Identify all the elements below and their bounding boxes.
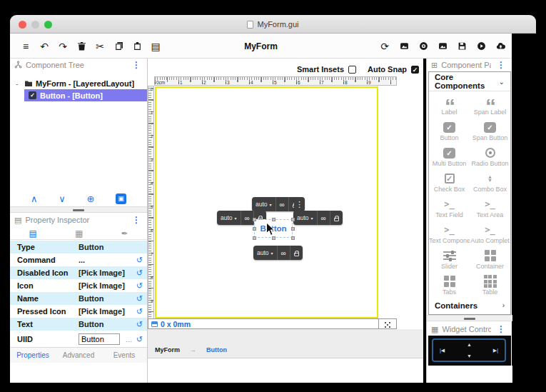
down-icon[interactable]: ▼ — [467, 353, 472, 358]
property-value[interactable]: Button — [79, 243, 134, 251]
expand-canvas-button[interactable] — [379, 318, 397, 329]
list-icon[interactable]: ▤ — [150, 41, 161, 52]
breadcrumb-myform[interactable]: MyForm — [155, 346, 180, 353]
inspector-tab-layout-grid[interactable]: ▦ — [68, 228, 90, 238]
property-row[interactable]: NameButton↺ — [10, 292, 147, 305]
palette-item-text-field[interactable]: >_Text Field — [429, 194, 470, 220]
resize-handle[interactable] — [272, 218, 275, 221]
palette-item-radio-button[interactable]: Radio Button — [470, 143, 510, 169]
resize-handle[interactable] — [291, 227, 295, 231]
constraint-value-dropdown[interactable]: auto▾ — [252, 197, 276, 211]
inspector-tab-style-pen[interactable]: ✒ — [113, 228, 135, 238]
record-icon[interactable] — [418, 41, 429, 52]
delete-icon[interactable] — [76, 41, 87, 52]
more-options-button[interactable]: ... — [126, 335, 134, 343]
palette-item-text-area[interactable]: >_Text Area — [470, 194, 510, 220]
palette-item-tabs[interactable]: Tabs — [429, 271, 470, 297]
property-value[interactable]: ... — [79, 256, 134, 264]
property-value[interactable]: [Pick Image] — [79, 307, 134, 316]
resize-handle[interactable] — [291, 236, 295, 240]
property-row[interactable]: Command...↺ — [10, 253, 147, 266]
property-row[interactable]: UIID...↺ — [10, 331, 147, 348]
image-icon[interactable] — [437, 41, 448, 52]
uiid-input[interactable] — [79, 333, 120, 345]
add-component-icon[interactable]: ⊕ — [86, 194, 94, 204]
reset-property-icon[interactable]: ↺ — [134, 268, 143, 278]
step-back-icon[interactable]: |◀ — [440, 348, 445, 353]
palette-item-slider[interactable]: Slider — [429, 246, 470, 271]
constraint-infinity-button[interactable]: ∞ — [276, 197, 289, 211]
cut-icon[interactable]: ✂ — [94, 41, 106, 52]
palette-item-button[interactable]: ✓Button — [429, 117, 470, 143]
auto-snap-checkbox[interactable]: ✓ — [411, 66, 419, 74]
palette-item-span-label[interactable]: “Span Label — [470, 91, 510, 117]
undo-icon[interactable]: ↶ — [39, 41, 50, 52]
palette-item-table[interactable]: Table — [470, 271, 510, 297]
constraint-value-dropdown[interactable]: auto▾ — [293, 211, 318, 225]
resize-handle[interactable] — [272, 236, 275, 240]
reset-property-icon[interactable]: ↺ — [134, 320, 143, 329]
right-splitter[interactable] — [427, 315, 512, 321]
reset-property-icon[interactable]: ↺ — [134, 281, 143, 291]
refresh-icon[interactable]: ⟳ — [379, 41, 390, 52]
palette-item-multi-button[interactable]: ✓Multi Button — [429, 143, 470, 169]
property-row[interactable]: Disabled Icon[Pick Image]↺ — [10, 266, 147, 279]
property-row[interactable]: Pressed Icon[Pick Image]↺ — [10, 305, 147, 318]
constraint-value-dropdown[interactable]: auto▾ — [253, 246, 278, 260]
redo-icon[interactable]: ↷ — [57, 41, 69, 52]
menu-icon[interactable]: ≡ — [20, 41, 31, 52]
constraint-infinity-button[interactable]: ∞ — [241, 211, 254, 225]
move-up-icon[interactable]: ∧ — [31, 194, 38, 204]
tree-item[interactable]: ✓Button - [Button] — [24, 89, 147, 101]
upload-icon[interactable] — [495, 41, 506, 52]
constraint-infinity-button[interactable]: ∞ — [278, 246, 290, 260]
palette-menu-icon[interactable]: ⋮ — [495, 60, 507, 70]
breadcrumb-button[interactable]: Button — [206, 346, 227, 353]
screenshot-icon[interactable] — [398, 41, 410, 52]
reset-property-icon[interactable]: ↺ — [134, 294, 143, 303]
tree-menu-icon[interactable]: ⋮ — [130, 60, 143, 70]
select-mode-icon[interactable]: ▣ — [116, 194, 126, 204]
resize-handle[interactable] — [291, 218, 295, 221]
property-row[interactable]: Icon[Pick Image]↺ — [10, 279, 147, 292]
palette-item-label[interactable]: “Label — [429, 91, 470, 117]
copy-icon[interactable] — [113, 41, 124, 52]
inspector-tab-properties-list[interactable]: ▤ — [22, 228, 44, 238]
save-icon[interactable] — [456, 41, 467, 52]
palette-item-check-box[interactable]: ✓Check Box — [429, 169, 470, 194]
palette-item-container[interactable]: Container — [470, 246, 510, 271]
constraint-lock-button[interactable] — [330, 211, 343, 225]
tab-advanced[interactable]: Advanced — [56, 348, 101, 363]
inspector-menu-icon[interactable]: ⋮ — [130, 215, 143, 225]
property-value[interactable]: Button — [79, 294, 134, 303]
palette-item-combo-box[interactable]: ▲▼Combo Box — [470, 169, 510, 194]
move-down-icon[interactable]: ∨ — [59, 194, 66, 204]
property-value[interactable]: [Pick Image] — [79, 281, 134, 290]
tab-events[interactable]: Events — [101, 348, 147, 363]
tree-expander-icon[interactable]: - — [16, 79, 23, 88]
constraint-value-dropdown[interactable]: auto▾ — [217, 211, 241, 225]
tree-item[interactable]: -MyForm - [LayeredLayout] — [10, 77, 147, 89]
property-row[interactable]: TextButton↺ — [10, 318, 147, 331]
property-value[interactable]: [Pick Image] — [79, 268, 134, 277]
palette-item-auto-complet[interactable]: >_Auto Complet — [470, 220, 510, 246]
palette-item-span-button[interactable]: ✓Span Button — [470, 117, 510, 143]
palette-item-text-compone[interactable]: >_Text Compone — [429, 220, 470, 246]
resize-handle[interactable] — [253, 236, 256, 240]
paste-icon[interactable] — [131, 41, 143, 52]
smart-insets-checkbox[interactable] — [348, 66, 356, 74]
reset-property-icon[interactable]: ↺ — [134, 307, 143, 316]
up-icon[interactable]: ▲ — [467, 342, 472, 347]
constraint-infinity-button[interactable]: ∞ — [318, 211, 330, 225]
property-value[interactable]: Button — [79, 320, 134, 328]
constraint-more-icon[interactable]: ⋮ — [294, 197, 305, 211]
left-splitter[interactable] — [10, 206, 147, 213]
resize-handle[interactable] — [253, 218, 256, 221]
section-core-components[interactable]: Core Components ⌄ — [429, 72, 510, 91]
section-containers[interactable]: Containers › — [428, 296, 511, 315]
widget-control-menu-icon[interactable]: ⋮ — [495, 324, 507, 334]
reset-property-icon[interactable]: ↺ — [134, 335, 143, 344]
reset-property-icon[interactable]: ↺ — [134, 256, 143, 265]
constraint-lock-button[interactable] — [290, 246, 303, 260]
resize-handle[interactable] — [253, 227, 256, 231]
